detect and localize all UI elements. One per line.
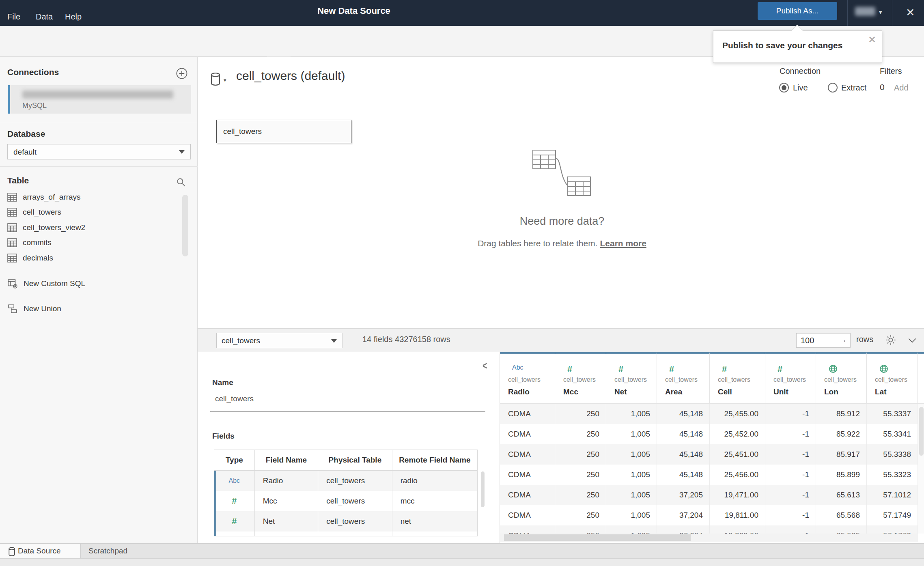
table-selector[interactable]: cell_towers (216, 333, 343, 348)
grid-row[interactable]: CDMA2501,00537,20419,863.00-165.56557.17… (500, 525, 918, 534)
column-name: Cell (718, 387, 732, 396)
sidebar-divider (0, 122, 198, 122)
extract-label[interactable]: Extract (841, 83, 866, 93)
grid-cell: 55.3323 (867, 465, 918, 485)
sidebar-table-cell_towers[interactable]: cell_towers (7, 205, 61, 220)
table-item-label: cell_towers (23, 208, 61, 217)
fields-column-header: Remote Field Name (392, 450, 477, 470)
status-bar (0, 558, 924, 566)
grid-row[interactable]: CDMA2501,00545,14825,455.00-185.91255.33… (500, 404, 918, 424)
table-list-scrollbar[interactable] (182, 195, 188, 256)
user-name-redacted[interactable] (855, 7, 875, 16)
column-table-caption: cell_towers (875, 376, 907, 383)
grid-cell: 45,148 (657, 404, 710, 424)
table-search-icon[interactable] (176, 177, 186, 189)
column-name: Mcc (563, 387, 578, 396)
sidebar-table-arrays_of_arrays[interactable]: arrays_of_arrays (7, 189, 81, 204)
table-header: Table (7, 176, 29, 185)
scrollbar-thumb[interactable] (504, 534, 691, 541)
table-icon (7, 208, 17, 217)
sidebar-table-cell_towers_view2[interactable]: cell_towers_view2 (7, 220, 85, 235)
fields-table-scrollbar[interactable] (481, 471, 485, 507)
connection-item[interactable]: MySQL (8, 85, 191, 114)
title-bar: File Data Help New Data Source Publish A… (0, 0, 924, 26)
field-row-partial[interactable] (214, 532, 477, 536)
add-connection-icon[interactable] (176, 67, 188, 81)
grid-column-header-Net[interactable]: #cell_towersNet (606, 352, 657, 404)
grid-column-header-Unit[interactable]: #cell_towersUnit (765, 352, 816, 404)
table-name-input[interactable]: cell_towers (215, 394, 254, 403)
row-accent-bar (214, 491, 216, 511)
datasource-db-icon[interactable] (209, 72, 222, 88)
user-menu-caret-icon[interactable]: ▾ (879, 9, 882, 16)
tab-scratchpad[interactable]: Scratchpad (88, 547, 127, 555)
live-label[interactable]: Live (793, 83, 808, 93)
grid-column-header-Lon[interactable]: cell_towersLon (816, 352, 867, 404)
live-radio[interactable] (779, 83, 789, 93)
sidebar-table-commits[interactable]: commits (7, 235, 52, 250)
field-table-cell: cell_towers (318, 471, 392, 491)
apply-rows-icon[interactable]: → (839, 336, 847, 344)
sidebar-table-decimals[interactable]: decimals (7, 250, 53, 265)
grid-cell: 250 (555, 465, 606, 485)
grid-header-row: Abccell_towersRadio#cell_towersMcc#cell_… (500, 352, 924, 404)
grid-cell: 1,005 (606, 424, 657, 444)
number-type-icon: # (232, 496, 237, 506)
field-field-cell: Radio (255, 471, 319, 491)
table-node-cell-towers[interactable]: cell_towers (216, 120, 351, 143)
row-limit-input[interactable]: 100 → (796, 333, 851, 348)
grid-row[interactable]: CDMA2501,00545,14825,456.00-185.89955.33… (500, 465, 918, 485)
new-union[interactable]: New Union (7, 301, 61, 316)
grid-cell: 37,205 (657, 485, 710, 505)
grid-column-header-Lat[interactable]: cell_towersLat (867, 352, 918, 404)
menu-help[interactable]: Help (65, 12, 82, 22)
connections-header: Connections (7, 67, 59, 77)
grid-row[interactable]: CDMA2501,00545,14825,451.00-185.91755.33… (500, 444, 918, 465)
grid-horizontal-scrollbar[interactable] (500, 534, 918, 542)
field-row-Radio[interactable]: AbcRadiocell_towersradio (214, 471, 477, 491)
grid-vertical-scrollbar[interactable] (918, 404, 924, 534)
fields-column-header: Field Name (255, 450, 319, 470)
menu-data[interactable]: Data (36, 12, 53, 22)
tab-data-source[interactable]: Data Source (0, 544, 81, 559)
field-type-cell: # (214, 511, 255, 532)
scrollbar-thumb[interactable] (919, 407, 924, 456)
collapse-metadata-icon[interactable]: < (482, 359, 487, 372)
grid-row[interactable]: CDMA2501,00545,14825,452.00-185.92255.33… (500, 424, 918, 444)
grid-cell: -1 (765, 424, 816, 444)
grid-row[interactable]: CDMA2501,00537,20519,471.00-165.61357.10… (500, 485, 918, 505)
database-select[interactable]: default (7, 144, 191, 159)
grid-cell: 19,471.00 (710, 485, 765, 505)
grid-column-header-Area[interactable]: #cell_towersArea (657, 352, 710, 404)
window-close-icon[interactable]: ✕ (906, 5, 915, 20)
grid-settings-gear-icon[interactable] (885, 334, 896, 347)
datasource-caret-icon[interactable]: ▾ (224, 77, 226, 83)
grid-cell: 85.922 (816, 424, 867, 444)
row-accent-bar (214, 471, 216, 491)
grid-row[interactable]: CDMA2501,00537,20419,811.00-165.56857.17… (500, 505, 918, 525)
learn-more-link[interactable]: Learn more (600, 239, 646, 248)
publish-as-button[interactable]: Publish As... (758, 2, 837, 20)
menu-file[interactable]: File (7, 12, 20, 22)
grid-column-header-Radio[interactable]: Abccell_towersRadio (500, 352, 555, 404)
fields-header-row: TypeField NamePhysical TableRemote Field… (214, 450, 477, 471)
filters-add-link[interactable]: Add (894, 83, 909, 93)
extract-radio[interactable] (828, 83, 838, 93)
grid-column-header-Cell[interactable]: #cell_towersCell (710, 352, 765, 404)
row-accent-bar (214, 532, 216, 536)
grid-column-header-Mcc[interactable]: #cell_towersMcc (555, 352, 606, 404)
tooltip-text: Publish to save your changes (722, 41, 842, 50)
number-type-icon: # (618, 364, 623, 374)
new-custom-sql[interactable]: New Custom SQL (7, 276, 85, 291)
collapse-panel-chevron-icon[interactable] (907, 336, 918, 346)
empty-state-subtitle: Drag tables here to relate them.Learn mo… (478, 239, 646, 248)
field-row-Mcc[interactable]: #Mcccell_towersmcc (214, 491, 477, 511)
empty-state-title: Need more data? (520, 215, 605, 228)
field-row-Net[interactable]: #Netcell_towersnet (214, 511, 477, 532)
column-table-caption: cell_towers (824, 376, 857, 383)
tab-data-source-label: Data Source (18, 547, 61, 555)
database-value: default (13, 148, 37, 157)
datasource-title[interactable]: cell_towers (default) (236, 69, 345, 83)
table-node-label: cell_towers (223, 127, 262, 136)
tooltip-close-icon[interactable]: ✕ (868, 34, 876, 45)
